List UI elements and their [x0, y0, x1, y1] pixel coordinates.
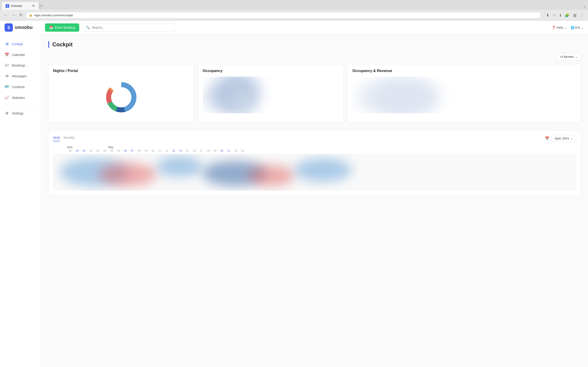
search-icon: 🔍 [86, 26, 90, 29]
sidebar-item-bookings[interactable]: 🏷 Bookings [0, 60, 41, 70]
day-21: 21 [225, 149, 232, 152]
day-07: 07 [129, 149, 136, 152]
day-05: 05 [115, 149, 122, 152]
day-18: 18 [205, 149, 212, 152]
months-chevron-icon: ⌄ [575, 55, 578, 58]
bookmark-icon[interactable]: ☆ [552, 12, 557, 18]
enter-booking-button[interactable]: 📅 Enter Booking [45, 23, 79, 32]
day-23: 23 [239, 149, 246, 152]
sidebar-item-calendar[interactable]: 📅 Calendar [0, 50, 41, 60]
tab-title: Smoobu [11, 4, 22, 8]
day-16: 16 [191, 149, 198, 152]
close-tab-icon[interactable]: ✕ [32, 4, 35, 8]
search-input[interactable] [92, 26, 172, 29]
cockpit-icon: ⊞ [5, 42, 9, 46]
bookings-icon: 🏷 [5, 63, 9, 67]
browser-tab[interactable]: S Smoobu ✕ [2, 2, 39, 10]
may-label: May [108, 146, 246, 149]
calendar-header: Multi Monthly 📅 April, 2023 ⌄ [53, 135, 576, 142]
day-11: 11 [156, 149, 163, 152]
statistics-icon: 📈 [5, 95, 9, 100]
page-title: Cockpit [48, 41, 581, 48]
logo-icon: S [5, 23, 13, 32]
search-bar[interactable]: 🔍 [83, 24, 175, 31]
language-button[interactable]: 🌐 EN ⌄ [571, 26, 583, 29]
day-01: 01 [87, 149, 95, 152]
day-12: 12 [163, 149, 170, 152]
days-header: 28 29 30 01 02 03 04 05 06 07 08 09 10 1… [53, 149, 576, 152]
help-chevron-icon: ⌄ [564, 26, 567, 29]
calendar-icon: 📅 [5, 52, 9, 57]
revenue-chart [352, 77, 576, 113]
sidebar-item-statistics[interactable]: 📈 Statistics [0, 93, 41, 102]
day-13: 13 [170, 149, 177, 152]
months-filter-button[interactable]: +3 Months ⌄ [556, 53, 581, 60]
sidebar-toggle-icon[interactable]: ▥ [572, 12, 578, 18]
tab-monthly[interactable]: Monthly [64, 136, 75, 141]
calendar-section: Multi Monthly 📅 April, 2023 ⌄ [48, 130, 581, 195]
sidebar-item-messages[interactable]: ✉ Messages [0, 71, 41, 81]
reload-button[interactable]: ↻ [18, 12, 24, 19]
cards-header: +3 Months ⌄ [48, 53, 581, 60]
menu-icon[interactable]: ⋮ [579, 12, 585, 18]
tab-multi[interactable]: Multi [53, 136, 60, 141]
cards-row: Nights / Portal [48, 64, 581, 123]
occupancy-revenue-card: Occupancy & Revenue [347, 64, 581, 123]
lang-chevron-icon: ⌄ [581, 26, 583, 29]
day-29: 29 [74, 149, 81, 152]
nights-portal-title: Nights / Portal [53, 69, 190, 73]
day-06: 06 [122, 149, 129, 152]
extensions-icon[interactable]: 🧩 [563, 12, 571, 18]
calendar-tabs: Multi Monthly [53, 136, 75, 141]
globe-icon: 🌐 [571, 26, 574, 29]
logo-name: smoobu [15, 25, 33, 30]
svg-text:S: S [7, 5, 8, 7]
month-chevron-icon: ⌄ [570, 137, 573, 140]
occupancy-chart [203, 77, 339, 113]
month-selector-button[interactable]: April, 2023 ⌄ [551, 135, 576, 142]
day-28: 28 [67, 149, 74, 152]
day-09: 09 [143, 149, 149, 152]
logo: S smoobu [5, 23, 41, 32]
day-10: 10 [149, 149, 156, 152]
sidebar-separator [4, 105, 37, 106]
svg-text:S: S [7, 25, 10, 30]
day-15: 15 [184, 149, 191, 152]
sidebar-item-cockpit[interactable]: ⊞ Cockpit [0, 39, 41, 49]
lock-icon: 🔒 [29, 14, 32, 17]
calendar-plus-icon: 📅 [49, 26, 53, 29]
address-bar[interactable]: 🔒 login.smoobu.com/en/cockpit [26, 12, 541, 19]
help-button[interactable]: ❓ Help ⌄ [552, 26, 567, 29]
day-17: 17 [198, 149, 205, 152]
back-button[interactable]: ← [3, 12, 9, 19]
sidebar-item-contacts[interactable]: 🪪 Contacts [0, 82, 41, 92]
donut-chart [53, 77, 190, 118]
day-14: 14 [177, 149, 184, 152]
forward-button[interactable]: → [10, 12, 17, 19]
day-02: 02 [95, 149, 101, 152]
occupancy-revenue-title: Occupancy & Revenue [352, 69, 576, 73]
new-tab-button[interactable]: + [40, 4, 42, 8]
main-content: Cockpit +3 Months ⌄ Nights / Portal [41, 34, 588, 367]
occupancy-title: Occupancy [203, 69, 339, 73]
sidebar-item-settings[interactable]: ⚙ Settings [0, 108, 41, 118]
day-08: 08 [136, 149, 143, 152]
day-20: 20 [218, 149, 225, 152]
share-icon[interactable]: ⬆ [545, 12, 551, 18]
calendar-grid: April May 28 29 30 01 02 03 04 05 06 07 [53, 146, 576, 191]
calendar-nav-icon: 📅 [545, 136, 549, 141]
url-text: login.smoobu.com/en/cockpit [34, 14, 538, 17]
info-icon[interactable]: ℹ [558, 12, 562, 18]
settings-icon: ⚙ [5, 111, 9, 115]
nights-portal-card: Nights / Portal [48, 64, 194, 123]
help-icon: ❓ [552, 26, 556, 29]
tab-overflow-icon[interactable]: ⌄ [583, 3, 586, 8]
day-19: 19 [212, 149, 218, 152]
app-header: S smoobu 📅 Enter Booking 🔍 ❓ Help ⌄ 🌐 EN… [0, 21, 588, 34]
day-03: 03 [101, 149, 108, 152]
tab-favicon: S [6, 4, 9, 8]
messages-icon: ✉ [5, 74, 9, 78]
april-label: April [67, 146, 108, 149]
calendar-nav: 📅 April, 2023 ⌄ [545, 135, 576, 142]
day-30: 30 [81, 149, 87, 152]
